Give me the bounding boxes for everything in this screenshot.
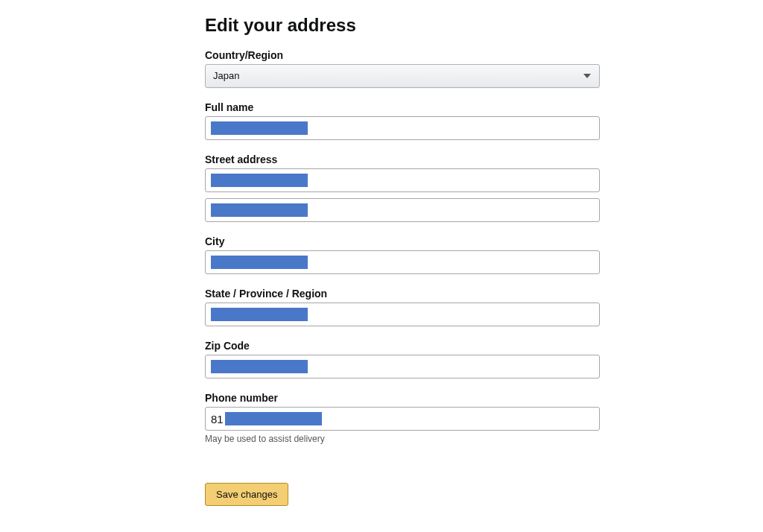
edit-address-form: Edit your address Country/Region Japan F… xyxy=(205,15,600,506)
phone-prefix: 81 xyxy=(211,413,224,425)
full-name-group: Full name xyxy=(205,101,600,140)
country-region-select[interactable]: Japan xyxy=(205,64,600,88)
city-label: City xyxy=(205,235,600,247)
save-changes-button[interactable]: Save changes xyxy=(205,483,288,506)
redacted-content xyxy=(211,360,308,373)
redacted-content xyxy=(211,121,308,135)
full-name-input[interactable] xyxy=(205,116,600,140)
phone-group: Phone number 81 xyxy=(205,392,600,431)
phone-input[interactable]: 81 xyxy=(205,407,600,431)
country-region-label: Country/Region xyxy=(205,49,600,61)
country-region-group: Country/Region Japan xyxy=(205,49,600,88)
street-address-input-1[interactable] xyxy=(205,168,600,192)
redacted-content xyxy=(211,174,308,187)
phone-hint: May be used to assist delivery xyxy=(205,434,600,444)
state-group: State / Province / Region xyxy=(205,288,600,326)
redacted-content xyxy=(211,308,308,321)
page-title: Edit your address xyxy=(205,15,600,36)
city-group: City xyxy=(205,235,600,274)
zip-input[interactable] xyxy=(205,355,600,379)
zip-label: Zip Code xyxy=(205,340,600,352)
redacted-content xyxy=(211,256,308,269)
phone-label: Phone number xyxy=(205,392,600,404)
full-name-label: Full name xyxy=(205,101,600,113)
street-address-label: Street address xyxy=(205,153,600,165)
redacted-content xyxy=(225,412,322,425)
state-input[interactable] xyxy=(205,303,600,326)
zip-group: Zip Code xyxy=(205,340,600,379)
street-address-input-2[interactable] xyxy=(205,198,600,222)
redacted-content xyxy=(211,203,308,217)
city-input[interactable] xyxy=(205,250,600,274)
state-label: State / Province / Region xyxy=(205,288,600,300)
country-region-value: Japan xyxy=(205,64,600,88)
street-address-group: Street address xyxy=(205,153,600,222)
